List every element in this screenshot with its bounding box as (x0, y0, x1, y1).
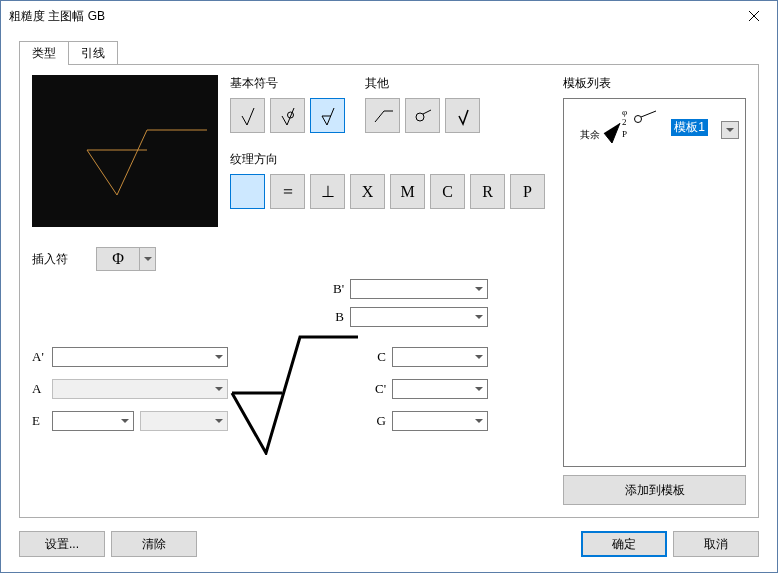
group-row-1: 基本符号 (230, 75, 545, 133)
combo-c-prime[interactable] (392, 379, 488, 399)
chevron-down-icon (471, 412, 487, 430)
other-symbol-2[interactable] (405, 98, 440, 133)
chevron-down-icon (471, 280, 487, 298)
panel-layout: 基本符号 (32, 75, 746, 505)
svg-point-5 (635, 116, 642, 123)
texture-m[interactable]: M (390, 174, 425, 209)
basic-buttons (230, 98, 345, 133)
preview-box (32, 75, 218, 227)
label-g: G (370, 413, 386, 429)
combo-c[interactable] (392, 347, 488, 367)
chevron-down-icon (471, 348, 487, 366)
add-template-button[interactable]: 添加到模板 (563, 475, 746, 505)
combo-b-prime[interactable] (350, 279, 488, 299)
other-buttons (365, 98, 480, 133)
angle-line-icon (371, 104, 395, 128)
chevron-down-icon (211, 380, 227, 398)
combo-a-prime[interactable] (52, 347, 228, 367)
field-a-prime: A' (32, 347, 228, 367)
label-a: A (32, 381, 52, 397)
other-symbol-1[interactable] (365, 98, 400, 133)
chevron-down-icon (144, 257, 152, 261)
basic-symbol-1[interactable] (230, 98, 265, 133)
group-texture-title: 纹理方向 (230, 151, 545, 168)
insert-label: 插入符 (32, 251, 68, 268)
basic-symbol-3[interactable] (310, 98, 345, 133)
texture-x[interactable]: X (350, 174, 385, 209)
add-template-label: 添加到模板 (625, 482, 685, 499)
texture-c[interactable]: C (430, 174, 465, 209)
bottom-right: 确定 取消 (581, 531, 759, 557)
window-title: 粗糙度 主图幅 GB (9, 8, 731, 25)
client-area: 类型 引线 (1, 31, 777, 572)
texture-equal[interactable]: ＝ (270, 174, 305, 209)
settings-label: 设置... (45, 536, 79, 553)
combo-g[interactable] (392, 411, 488, 431)
insert-symbol-dropdown[interactable] (140, 247, 156, 271)
template-item-label: 模板1 (671, 119, 708, 136)
chevron-down-icon (726, 128, 734, 132)
dialog-window: 粗糙度 主图幅 GB 类型 引线 (0, 0, 778, 573)
chevron-down-icon (471, 308, 487, 326)
diagram-area: B' B (32, 279, 545, 505)
clear-button[interactable]: 清除 (111, 531, 197, 557)
tab-type[interactable]: 类型 (19, 41, 69, 65)
label-c-prime: C' (370, 381, 386, 397)
chevron-down-icon (211, 412, 227, 430)
template-listbox[interactable]: 其余 φ 2 P 模板1 (563, 98, 746, 467)
preview-icon (32, 75, 218, 227)
roughness-bar-icon (316, 104, 340, 128)
ok-label: 确定 (612, 536, 636, 553)
ok-button[interactable]: 确定 (581, 531, 667, 557)
right-column: 模板列表 其余 φ 2 P (563, 75, 746, 505)
svg-text:P: P (622, 129, 627, 139)
label-a-prime: A' (32, 349, 52, 365)
roughness-circle-icon (276, 104, 300, 128)
svg-text:2: 2 (622, 117, 627, 127)
circle-pointer-icon (411, 104, 435, 128)
label-e: E (32, 413, 52, 429)
texture-perp[interactable]: ⊥ (310, 174, 345, 209)
template-item[interactable]: 其余 φ 2 P 模板1 (570, 105, 739, 145)
label-c: C (370, 349, 386, 365)
field-e: E (32, 411, 228, 431)
group-other: 其他 (365, 75, 480, 133)
basic-symbol-2[interactable] (270, 98, 305, 133)
template-glyph: 其余 φ 2 P (570, 105, 658, 145)
settings-button[interactable]: 设置... (19, 531, 105, 557)
label-b: B (328, 309, 344, 325)
diagram-symbol-icon (230, 335, 360, 455)
tab-leader[interactable]: 引线 (68, 41, 118, 65)
texture-p[interactable]: P (510, 174, 545, 209)
template-glyph-icon: 其余 φ 2 P (570, 105, 658, 145)
roughness-open-icon (236, 104, 260, 128)
other-symbol-3[interactable] (445, 98, 480, 133)
field-g: G (370, 411, 488, 431)
cancel-button[interactable]: 取消 (673, 531, 759, 557)
top-row: 基本符号 (32, 75, 545, 227)
tab-panel-type: 基本符号 (19, 64, 759, 518)
template-item-dropdown[interactable] (721, 121, 739, 139)
combo-e2[interactable] (140, 411, 228, 431)
template-list-title: 模板列表 (563, 75, 746, 92)
field-b: B (328, 307, 488, 327)
clear-label: 清除 (142, 536, 166, 553)
texture-blank[interactable] (230, 174, 265, 209)
insert-symbol-row: 插入符 Φ (32, 247, 545, 271)
insert-symbol-button[interactable]: Φ (96, 247, 140, 271)
texture-r[interactable]: R (470, 174, 505, 209)
bottom-left: 设置... 清除 (19, 531, 197, 557)
bottom-button-row: 设置... 清除 确定 取消 (19, 530, 759, 558)
combo-b[interactable] (350, 307, 488, 327)
svg-point-1 (416, 113, 424, 121)
insert-symbol-split: Φ (96, 247, 156, 271)
titlebar: 粗糙度 主图幅 GB (1, 1, 777, 31)
label-b-prime: B' (328, 281, 344, 297)
close-button[interactable] (731, 1, 777, 31)
field-b-prime: B' (328, 279, 488, 299)
combo-a[interactable] (52, 379, 228, 399)
texture-buttons: ＝ ⊥ X M C R P (230, 174, 545, 209)
group-basic-title: 基本符号 (230, 75, 345, 92)
combo-e1[interactable] (52, 411, 134, 431)
cancel-label: 取消 (704, 536, 728, 553)
